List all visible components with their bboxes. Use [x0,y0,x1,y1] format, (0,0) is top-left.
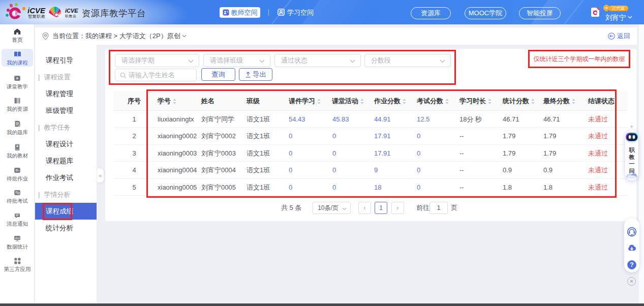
svg-text:?: ? [630,261,633,268]
svg-text:教材: 教材 [16,145,19,147]
